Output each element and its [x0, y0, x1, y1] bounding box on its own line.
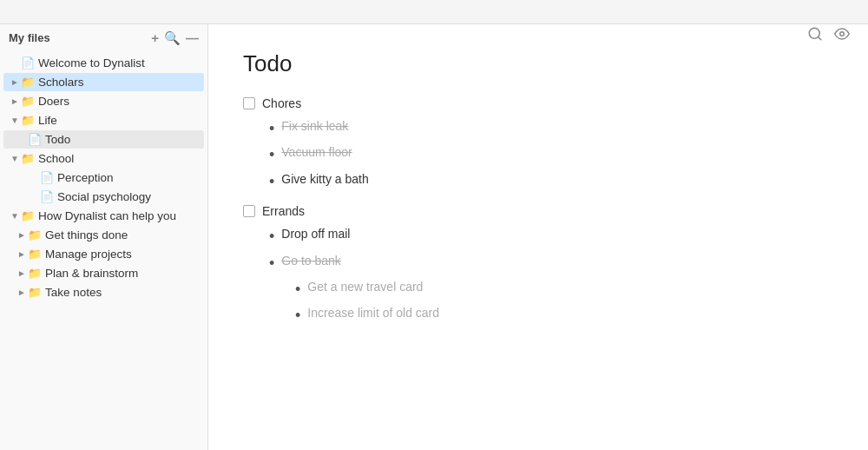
errand-label-1: Drop off mail — [281, 225, 350, 243]
folder-icon-how-dynalist: 📁 — [21, 209, 35, 222]
toggle-life[interactable]: ▼ — [9, 116, 21, 125]
bullet-2: • — [269, 145, 274, 165]
bank-sub-label-1: Get a new travel card — [307, 278, 423, 296]
section-label-chores: Chores — [262, 95, 301, 113]
bullet-bank-1: • — [295, 280, 300, 300]
sidebar-item-life[interactable]: ▼ 📁 Life — [3, 111, 204, 129]
bank-sub-item-1: • Get a new travel card — [295, 278, 833, 300]
sidebar-label-todo: Todo — [45, 133, 70, 146]
bullet-errand-1: • — [269, 227, 274, 247]
errand-item-2: • Go to bank — [269, 252, 833, 274]
folder-icon-plan-brainstorm: 📁 — [28, 267, 42, 280]
toggle-manage-projects[interactable]: ► — [16, 249, 28, 259]
sidebar-item-get-things-done[interactable]: ► 📁 Get things done — [3, 226, 204, 244]
sidebar-item-doers[interactable]: ► 📁 Doers — [3, 92, 204, 110]
bullet-errand-2: • — [269, 254, 274, 274]
errand-label-2: Go to bank — [281, 252, 341, 270]
file-icon-social-psych: 📄 — [40, 190, 54, 203]
eye-icon[interactable] — [833, 26, 851, 46]
collapse-button[interactable]: — — [186, 31, 199, 44]
sidebar-label-school: School — [38, 152, 74, 165]
file-icon-perception: 📄 — [40, 171, 54, 184]
svg-line-1 — [818, 36, 820, 39]
chore-label-2: Vacuum floor — [281, 143, 352, 162]
sidebar-item-how-dynalist[interactable]: ▼ 📁 How Dynalist can help you — [3, 207, 204, 225]
add-file-button[interactable]: + — [151, 31, 159, 44]
file-icon-welcome: 📄 — [21, 56, 35, 69]
svg-point-2 — [840, 32, 845, 36]
sidebar-header-actions: + 🔍 — — [151, 31, 199, 44]
sidebar-header: My files + 🔍 — — [0, 24, 207, 51]
sidebar-label-manage-projects: Manage projects — [45, 248, 132, 261]
bank-sub-item-2: • Increase limit of old card — [295, 304, 833, 326]
chore-label-3: Give kitty a bath — [281, 170, 368, 189]
sidebar-item-school[interactable]: ▼ 📁 School — [3, 149, 204, 168]
chore-item-3: • Give kitty a bath — [269, 170, 833, 192]
main-layout: My files + 🔍 — 📄 Welcome to Dynalist ► 📁… — [0, 24, 868, 450]
search-button[interactable]: 🔍 — [164, 31, 181, 44]
search-icon[interactable] — [807, 26, 823, 46]
chore-label-1: Fix sink leak — [281, 117, 348, 136]
header-right-icons — [807, 26, 851, 46]
sidebar-label-take-notes: Take notes — [45, 286, 102, 299]
chore-item-1: • Fix sink leak — [269, 117, 833, 139]
section-label-errands: Errands — [262, 202, 305, 221]
sidebar-label-perception: Perception — [57, 171, 114, 184]
folder-icon-take-notes: 📁 — [28, 286, 42, 299]
sidebar-item-welcome[interactable]: 📄 Welcome to Dynalist — [3, 54, 204, 72]
folder-icon-school: 📁 — [21, 152, 35, 165]
toggle-doers[interactable]: ► — [9, 96, 21, 106]
toggle-plan-brainstorm[interactable]: ► — [16, 268, 28, 278]
section-chores: Chores — [243, 95, 833, 113]
section-errands: Errands — [243, 202, 833, 221]
sidebar-item-social-psych[interactable]: 📄 Social psychology — [3, 188, 204, 206]
sidebar-item-take-notes[interactable]: ► 📁 Take notes — [3, 283, 204, 301]
toggle-take-notes[interactable]: ► — [16, 288, 28, 297]
sidebar-label-doers: Doers — [38, 95, 69, 108]
sidebar-label-scholars: Scholars — [38, 76, 84, 89]
folder-icon-scholars: 📁 — [21, 76, 35, 89]
chores-list: • Fix sink leak • Vacuum floor • Give ki… — [269, 117, 833, 192]
content-area: Todo Chores • Fix sink leak • Vacuum flo… — [208, 24, 868, 450]
todo-list: Chores • Fix sink leak • Vacuum floor • … — [243, 95, 833, 327]
sidebar-label-life: Life — [38, 114, 57, 127]
page-title: Todo — [243, 50, 833, 77]
sidebar-item-manage-projects[interactable]: ► 📁 Manage projects — [3, 245, 204, 263]
checkbox-chores[interactable] — [243, 97, 255, 109]
toggle-scholars[interactable]: ► — [9, 77, 21, 87]
sidebar: My files + 🔍 — 📄 Welcome to Dynalist ► 📁… — [0, 24, 208, 450]
sidebar-item-plan-brainstorm[interactable]: ► 📁 Plan & brainstorm — [3, 264, 204, 282]
toggle-school[interactable]: ▼ — [9, 154, 21, 163]
checkbox-errands[interactable] — [243, 205, 255, 217]
sidebar-label-get-things-done: Get things done — [45, 228, 128, 242]
toggle-how-dynalist[interactable]: ▼ — [9, 211, 21, 221]
sidebar-item-perception[interactable]: 📄 Perception — [3, 169, 204, 187]
bullet-bank-2: • — [295, 306, 300, 326]
sidebar-label-welcome: Welcome to Dynalist — [38, 56, 145, 69]
sidebar-item-todo[interactable]: 📄 Todo — [3, 130, 204, 149]
folder-icon-doers: 📁 — [21, 95, 35, 108]
sidebar-label-social-psych: Social psychology — [57, 190, 151, 203]
sidebar-item-scholars[interactable]: ► 📁 Scholars — [3, 73, 204, 91]
errands-list: • Drop off mail • Go to bank • Get a new… — [269, 225, 833, 327]
bank-sub-list: • Get a new travel card • Increase limit… — [295, 278, 833, 327]
file-icon-todo: 📄 — [28, 133, 42, 146]
folder-icon-manage-projects: 📁 — [28, 248, 42, 261]
my-files-label: My files — [9, 31, 50, 44]
bullet-3: • — [269, 172, 274, 192]
bullet-1: • — [269, 119, 274, 139]
chore-item-2: • Vacuum floor — [269, 143, 833, 165]
sidebar-label-how-dynalist: How Dynalist can help you — [38, 209, 176, 222]
sidebar-tree: 📄 Welcome to Dynalist ► 📁 Scholars ► 📁 D… — [0, 51, 207, 450]
folder-icon-get-things-done: 📁 — [28, 228, 42, 242]
top-bar — [0, 0, 868, 24]
errand-item-1: • Drop off mail — [269, 225, 833, 247]
folder-icon-life: 📁 — [21, 114, 35, 127]
bank-sub-label-2: Increase limit of old card — [307, 304, 439, 322]
toggle-get-things-done[interactable]: ► — [16, 230, 28, 240]
sidebar-label-plan-brainstorm: Plan & brainstorm — [45, 267, 138, 280]
